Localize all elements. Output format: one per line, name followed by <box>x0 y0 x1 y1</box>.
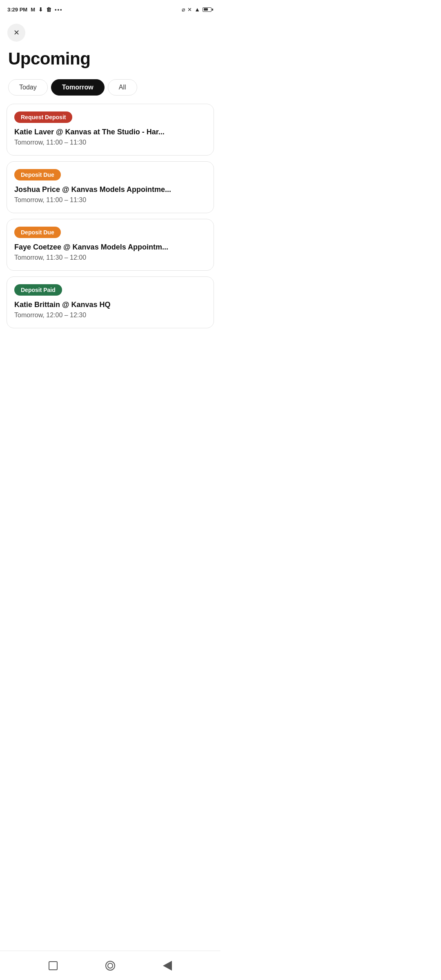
appointment-time-3: Tomorrow, 11:30 – 12:00 <box>14 254 206 261</box>
gmail-icon: M <box>31 7 35 13</box>
appointment-card-4[interactable]: Deposit Paid Katie Brittain @ Kanvas HQ … <box>7 276 214 328</box>
appointment-name-3: Faye Coetzee @ Kanvas Models Appointm... <box>14 243 206 252</box>
appointment-card-3[interactable]: Deposit Due Faye Coetzee @ Kanvas Models… <box>7 219 214 271</box>
status-left: 3:29 PM M ⬇ 🗑 ••• <box>7 7 63 13</box>
tab-all[interactable]: All <box>108 79 137 96</box>
close-btn-wrapper: ✕ <box>0 18 220 45</box>
appointment-name-2: Joshua Price @ Kanvas Models Appointme..… <box>14 185 206 194</box>
badge-request-deposit-1: Request Deposit <box>14 111 72 123</box>
badge-deposit-paid-4: Deposit Paid <box>14 284 62 296</box>
more-icon: ••• <box>55 7 63 13</box>
appointment-time-2: Tomorrow, 11:00 – 11:30 <box>14 196 206 204</box>
tab-today[interactable]: Today <box>8 79 48 96</box>
appointment-time-1: Tomorrow, 11:00 – 11:30 <box>14 139 206 146</box>
battery-icon <box>203 7 213 12</box>
badge-deposit-due-2: Deposit Due <box>14 169 61 180</box>
wifi-icon: ▲ <box>194 6 200 13</box>
status-bar: 3:29 PM M ⬇ 🗑 ••• ⌀ ✕ ▲ <box>0 0 220 18</box>
appointment-card-2[interactable]: Deposit Due Joshua Price @ Kanvas Models… <box>7 161 214 213</box>
close-button[interactable]: ✕ <box>7 24 25 42</box>
badge-deposit-due-3: Deposit Due <box>14 227 61 238</box>
appointment-name-1: Katie Laver @ Kanvas at The Studio - Har… <box>14 128 206 136</box>
download-icon: ⬇ <box>38 7 43 13</box>
page-title: Upcoming <box>0 45 220 77</box>
appointment-time-4: Tomorrow, 12:00 – 12:30 <box>14 312 206 319</box>
signal-x-icon: ✕ <box>187 7 192 13</box>
status-right: ⌀ ✕ ▲ <box>182 6 213 13</box>
bluetooth-icon: ⌀ <box>182 6 185 13</box>
tab-tomorrow[interactable]: Tomorrow <box>51 79 105 96</box>
tab-filter: Today Tomorrow All <box>0 77 220 104</box>
appointment-card-1[interactable]: Request Deposit Katie Laver @ Kanvas at … <box>7 104 214 156</box>
delete-icon: 🗑 <box>46 7 51 13</box>
time-display: 3:29 PM <box>7 7 27 13</box>
appointment-name-4: Katie Brittain @ Kanvas HQ <box>14 301 206 309</box>
cards-container: Request Deposit Katie Laver @ Kanvas at … <box>0 104 220 328</box>
